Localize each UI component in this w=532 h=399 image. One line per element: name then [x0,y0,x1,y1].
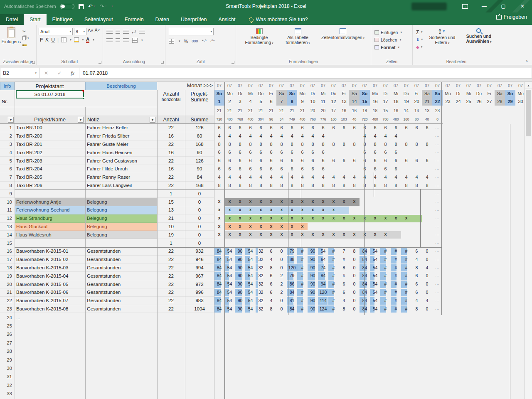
gantt-x-cell[interactable]: x [235,224,245,229]
notiz-cell[interactable]: Fahrer Renny Raser [85,173,157,182]
row-number[interactable]: 12 [0,214,15,223]
grid-cell[interactable]: 124 [318,305,328,313]
gantt-x-cell[interactable]: x [328,216,339,220]
gantt-x-cell[interactable]: x [380,232,391,236]
summe-cell[interactable]: 0 [185,190,214,198]
row-number[interactable]: 28 [0,347,15,355]
grid-cell[interactable]: # [401,280,411,288]
grid-cell[interactable]: 8 [287,142,297,147]
grid-cell[interactable]: 6 [235,166,245,171]
gantt-x-cell[interactable]: x [339,199,349,204]
grid-cell[interactable]: # [297,305,308,313]
wrap-text-icon[interactable] [139,30,145,34]
grid-cell[interactable]: # [328,297,339,305]
anzahl-cell[interactable]: 22 [157,182,185,190]
notiz-cell[interactable]: Gesamtstunden [85,305,157,313]
grid-cell[interactable]: 8 [391,142,401,147]
row-number[interactable]: 5 [0,157,15,165]
grid-cell[interactable]: 6 [245,150,256,155]
grid-cell[interactable]: # [297,297,308,305]
italic-button[interactable]: K [45,37,49,43]
formula-input[interactable]: 01.07.2018 [79,68,532,79]
grid-cell[interactable]: 90 [308,264,318,272]
grid-cell[interactable]: 84 [214,264,224,272]
grid-cell[interactable]: 0 [276,305,287,313]
grid-cell[interactable]: # [391,247,401,256]
grid-cell[interactable]: 32 [256,272,266,280]
summe-cell[interactable]: 0 [185,231,214,239]
grid-cell[interactable]: 54 [245,280,256,288]
grid-cell[interactable]: 4 [360,175,370,180]
grid-cell[interactable]: # [401,247,411,256]
ribbon-display-options-button[interactable]: ↑ [456,0,475,12]
project-name-cell[interactable]: Bauvorhaben K-2015-08 [15,305,85,313]
grid-cell[interactable]: # [391,288,401,297]
delete-cells-button[interactable]: Löschen▾ [374,37,412,43]
grid-cell[interactable]: 0 [349,297,360,305]
grid-cell[interactable]: 79 [287,247,297,256]
increase-font-button[interactable]: A˄ [88,28,94,35]
autosum-button[interactable]: Σ▾ [416,29,423,35]
scroll-up-arrow[interactable]: ▲ [525,82,532,89]
redo-button[interactable]: ↷▾ [99,3,106,10]
grid-cell[interactable]: 6 [391,125,401,130]
gantt-x-cell[interactable]: x [370,232,380,236]
grid-cell[interactable]: 6 [266,247,276,256]
grid-cell[interactable]: 7 [339,247,349,256]
gantt-x-cell[interactable]: x [266,216,276,220]
grid-cell[interactable]: 79 [287,272,297,280]
gantt-x-cell[interactable]: x [318,232,328,236]
summe-cell[interactable]: 90 [185,165,214,173]
grid-cell[interactable]: 4 [370,133,380,138]
grid-cell[interactable]: 2 [276,272,287,280]
grid-cell[interactable]: 6 [339,280,349,288]
grid-cell[interactable]: 54 [370,272,380,280]
gantt-x-cell[interactable]: x [401,216,411,220]
notiz-cell[interactable] [85,239,157,247]
grid-cell[interactable]: 120 [287,264,297,272]
notiz-cell[interactable]: Fahrer Guste Meier [85,140,157,149]
grid-cell[interactable]: 6 [235,125,245,130]
grid-cell[interactable]: # [328,305,339,313]
grid-cell[interactable]: 0 [422,305,432,313]
gantt-x-cell[interactable]: x [349,232,360,236]
tab-daten[interactable]: Daten [150,14,175,25]
gantt-x-cell[interactable]: x [245,216,256,220]
copy-button[interactable]: ▾ [22,35,29,41]
grid-cell[interactable]: 54 [245,256,256,264]
gantt-x-cell[interactable]: x [224,199,235,204]
grid-cell[interactable]: 6 [224,166,235,171]
grid-cell[interactable]: 54 [370,247,380,256]
cell-styles-button[interactable]: Zellenformatvorlagen▾ [319,28,367,45]
grid-cell[interactable]: 6 [370,166,380,171]
grid-cell[interactable]: 4 [287,175,297,180]
grid-cell[interactable]: 4 [245,133,256,138]
grid-cell[interactable]: 4 [224,133,235,138]
row-number[interactable]: 14 [0,231,15,239]
grid-cell[interactable]: 54 [224,256,235,264]
grid-cell[interactable]: 6 [256,150,266,155]
grid-cell[interactable]: # [401,264,411,272]
orientation-icon[interactable]: ⤾ [132,29,136,34]
grid-cell[interactable]: 6 [245,166,256,171]
grid-cell[interactable]: 84 [360,247,370,256]
font-dialog-launcher[interactable] [99,61,101,64]
row-number[interactable]: 2 [0,132,15,140]
gantt-x-cell[interactable]: x [391,216,401,220]
row-number[interactable]: 21 [0,288,15,297]
project-name-cell[interactable]: Taxi BR-203 [15,157,85,165]
grid-cell[interactable]: 6 [266,288,276,297]
grid-cell[interactable]: 4 [391,133,401,138]
gantt-x-cell[interactable]: x [235,207,245,212]
gantt-x-cell[interactable]: x [245,232,256,236]
grid-cell[interactable]: 8 [297,183,308,188]
grid-cell[interactable]: 0 [276,264,287,272]
grid-cell[interactable]: 8 [235,142,245,147]
grid-cell[interactable]: 4 [411,297,422,305]
clipboard-dialog-launcher[interactable] [32,61,35,64]
grid-cell[interactable]: 54 [370,288,380,297]
grid-cell[interactable]: 6 [235,150,245,155]
gantt-x-cell[interactable]: x [266,207,276,212]
gantt-x-cell[interactable]: x [256,224,266,229]
project-name-cell[interactable]: Bauvorhaben K-2015-03 [15,264,85,272]
